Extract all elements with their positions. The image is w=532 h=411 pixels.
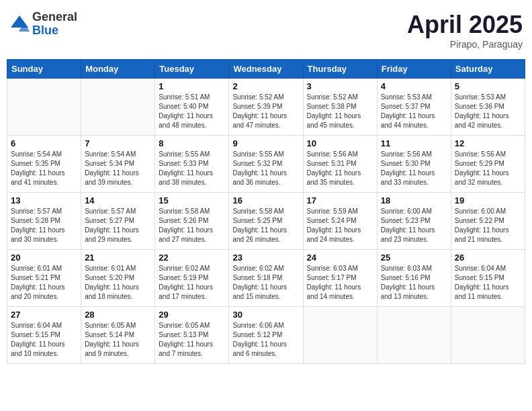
- calendar-cell: 3Sunrise: 5:52 AMSunset: 5:38 PMDaylight…: [303, 79, 377, 136]
- calendar-cell: 18Sunrise: 6:00 AMSunset: 5:23 PMDayligh…: [377, 193, 451, 250]
- weekday-header-sunday: Sunday: [7, 60, 81, 79]
- calendar-cell: 4Sunrise: 5:53 AMSunset: 5:37 PMDaylight…: [377, 79, 451, 136]
- day-info: Sunrise: 6:05 AMSunset: 5:13 PMDaylight:…: [159, 321, 225, 359]
- day-number: 2: [232, 81, 299, 91]
- calendar-cell: 29Sunrise: 6:05 AMSunset: 5:13 PMDayligh…: [155, 307, 229, 364]
- day-info: Sunrise: 5:58 AMSunset: 5:26 PMDaylight:…: [159, 207, 225, 244]
- day-info: Sunrise: 5:51 AMSunset: 5:40 PMDaylight:…: [159, 93, 225, 130]
- logo-icon: [9, 14, 30, 34]
- day-info: Sunrise: 5:55 AMSunset: 5:32 PMDaylight:…: [232, 150, 299, 187]
- day-info: Sunrise: 5:52 AMSunset: 5:38 PMDaylight:…: [307, 93, 373, 130]
- calendar-cell: [81, 79, 155, 136]
- day-info: Sunrise: 5:59 AMSunset: 5:24 PMDaylight:…: [307, 207, 373, 244]
- day-number: 28: [85, 310, 151, 320]
- weekday-header-tuesday: Tuesday: [155, 60, 229, 79]
- calendar-cell: 30Sunrise: 6:06 AMSunset: 5:12 PMDayligh…: [229, 307, 303, 364]
- calendar-cell: 9Sunrise: 5:55 AMSunset: 5:32 PMDaylight…: [229, 136, 303, 193]
- day-info: Sunrise: 6:00 AMSunset: 5:23 PMDaylight:…: [381, 207, 447, 244]
- weekday-header-saturday: Saturday: [451, 60, 525, 79]
- logo-general-text: General: [32, 11, 77, 24]
- calendar-cell: 27Sunrise: 6:04 AMSunset: 5:15 PMDayligh…: [7, 307, 81, 364]
- weekday-header-row: SundayMondayTuesdayWednesdayThursdayFrid…: [7, 60, 525, 79]
- day-info: Sunrise: 6:06 AMSunset: 5:12 PMDaylight:…: [232, 321, 299, 359]
- day-number: 16: [232, 195, 299, 205]
- day-number: 1: [159, 81, 225, 91]
- week-row-4: 20Sunrise: 6:01 AMSunset: 5:21 PMDayligh…: [7, 250, 525, 307]
- calendar-cell: 8Sunrise: 5:55 AMSunset: 5:33 PMDaylight…: [155, 136, 229, 193]
- calendar-cell: 12Sunrise: 5:56 AMSunset: 5:29 PMDayligh…: [451, 136, 525, 193]
- day-info: Sunrise: 5:56 AMSunset: 5:31 PMDaylight:…: [307, 150, 373, 187]
- day-info: Sunrise: 5:53 AMSunset: 5:37 PMDaylight:…: [381, 93, 447, 130]
- day-info: Sunrise: 5:52 AMSunset: 5:39 PMDaylight:…: [232, 93, 299, 130]
- calendar-cell: 1Sunrise: 5:51 AMSunset: 5:40 PMDaylight…: [155, 79, 229, 136]
- day-info: Sunrise: 5:57 AMSunset: 5:28 PMDaylight:…: [11, 207, 77, 244]
- day-number: 29: [159, 310, 225, 320]
- logo: General Blue: [9, 11, 77, 38]
- calendar-cell: 21Sunrise: 6:01 AMSunset: 5:20 PMDayligh…: [81, 250, 155, 307]
- calendar-cell: 19Sunrise: 6:00 AMSunset: 5:22 PMDayligh…: [451, 193, 525, 250]
- week-row-2: 6Sunrise: 5:54 AMSunset: 5:35 PMDaylight…: [7, 136, 525, 193]
- calendar-cell: 16Sunrise: 5:58 AMSunset: 5:25 PMDayligh…: [229, 193, 303, 250]
- day-info: Sunrise: 6:03 AMSunset: 5:16 PMDaylight:…: [381, 264, 447, 302]
- day-info: Sunrise: 6:00 AMSunset: 5:22 PMDaylight:…: [455, 207, 521, 244]
- day-info: Sunrise: 6:05 AMSunset: 5:14 PMDaylight:…: [85, 321, 151, 359]
- location-subtitle: Pirapo, Paraguay: [407, 39, 523, 50]
- title-block: April 2025 Pirapo, Paraguay: [407, 11, 523, 50]
- calendar-cell: [451, 307, 525, 364]
- day-info: Sunrise: 6:04 AMSunset: 5:15 PMDaylight:…: [11, 321, 77, 359]
- calendar-cell: 25Sunrise: 6:03 AMSunset: 5:16 PMDayligh…: [377, 250, 451, 307]
- day-info: Sunrise: 5:54 AMSunset: 5:34 PMDaylight:…: [85, 150, 151, 187]
- weekday-header-thursday: Thursday: [303, 60, 377, 79]
- calendar-table: SundayMondayTuesdayWednesdayThursdayFrid…: [7, 59, 525, 364]
- calendar-cell: 2Sunrise: 5:52 AMSunset: 5:39 PMDaylight…: [229, 79, 303, 136]
- day-info: Sunrise: 6:02 AMSunset: 5:19 PMDaylight:…: [159, 264, 225, 302]
- calendar-cell: 26Sunrise: 6:04 AMSunset: 5:15 PMDayligh…: [451, 250, 525, 307]
- calendar-cell: 28Sunrise: 6:05 AMSunset: 5:14 PMDayligh…: [81, 307, 155, 364]
- day-info: Sunrise: 5:53 AMSunset: 5:36 PMDaylight:…: [455, 93, 521, 130]
- calendar-cell: 20Sunrise: 6:01 AMSunset: 5:21 PMDayligh…: [7, 250, 81, 307]
- day-number: 10: [307, 138, 373, 148]
- day-number: 6: [11, 138, 77, 148]
- calendar-cell: 7Sunrise: 5:54 AMSunset: 5:34 PMDaylight…: [81, 136, 155, 193]
- day-info: Sunrise: 5:58 AMSunset: 5:25 PMDaylight:…: [232, 207, 299, 244]
- calendar-cell: [7, 79, 81, 136]
- day-number: 7: [85, 138, 151, 148]
- week-row-1: 1Sunrise: 5:51 AMSunset: 5:40 PMDaylight…: [7, 79, 525, 136]
- day-number: 15: [159, 195, 225, 205]
- day-number: 20: [11, 253, 77, 263]
- day-number: 30: [232, 310, 299, 320]
- day-info: Sunrise: 5:56 AMSunset: 5:29 PMDaylight:…: [455, 150, 521, 187]
- week-row-3: 13Sunrise: 5:57 AMSunset: 5:28 PMDayligh…: [7, 193, 525, 250]
- day-number: 8: [159, 138, 225, 148]
- weekday-header-wednesday: Wednesday: [229, 60, 303, 79]
- page-header: General Blue April 2025 Pirapo, Paraguay: [7, 7, 525, 54]
- day-number: 11: [381, 138, 447, 148]
- calendar-cell: 24Sunrise: 6:03 AMSunset: 5:17 PMDayligh…: [303, 250, 377, 307]
- day-number: 22: [159, 253, 225, 263]
- calendar-cell: 6Sunrise: 5:54 AMSunset: 5:35 PMDaylight…: [7, 136, 81, 193]
- weekday-header-friday: Friday: [377, 60, 451, 79]
- weekday-header-monday: Monday: [81, 60, 155, 79]
- calendar-cell: 5Sunrise: 5:53 AMSunset: 5:36 PMDaylight…: [451, 79, 525, 136]
- day-number: 26: [455, 253, 521, 263]
- day-number: 24: [307, 253, 373, 263]
- calendar-cell: 14Sunrise: 5:57 AMSunset: 5:27 PMDayligh…: [81, 193, 155, 250]
- day-number: 21: [85, 253, 151, 263]
- week-row-5: 27Sunrise: 6:04 AMSunset: 5:15 PMDayligh…: [7, 307, 525, 364]
- month-title: April 2025: [407, 11, 523, 39]
- calendar-cell: 10Sunrise: 5:56 AMSunset: 5:31 PMDayligh…: [303, 136, 377, 193]
- calendar-cell: 23Sunrise: 6:02 AMSunset: 5:18 PMDayligh…: [229, 250, 303, 307]
- calendar-cell: [303, 307, 377, 364]
- day-info: Sunrise: 6:04 AMSunset: 5:15 PMDaylight:…: [455, 264, 521, 302]
- calendar-cell: 11Sunrise: 5:56 AMSunset: 5:30 PMDayligh…: [377, 136, 451, 193]
- day-number: 4: [381, 81, 447, 91]
- day-number: 12: [455, 138, 521, 148]
- day-info: Sunrise: 6:01 AMSunset: 5:21 PMDaylight:…: [11, 264, 77, 302]
- day-info: Sunrise: 5:55 AMSunset: 5:33 PMDaylight:…: [159, 150, 225, 187]
- day-number: 19: [455, 195, 521, 205]
- day-info: Sunrise: 5:56 AMSunset: 5:30 PMDaylight:…: [381, 150, 447, 187]
- day-number: 17: [307, 195, 373, 205]
- calendar-cell: 13Sunrise: 5:57 AMSunset: 5:28 PMDayligh…: [7, 193, 81, 250]
- day-info: Sunrise: 6:01 AMSunset: 5:20 PMDaylight:…: [85, 264, 151, 302]
- logo-text: General Blue: [32, 11, 77, 38]
